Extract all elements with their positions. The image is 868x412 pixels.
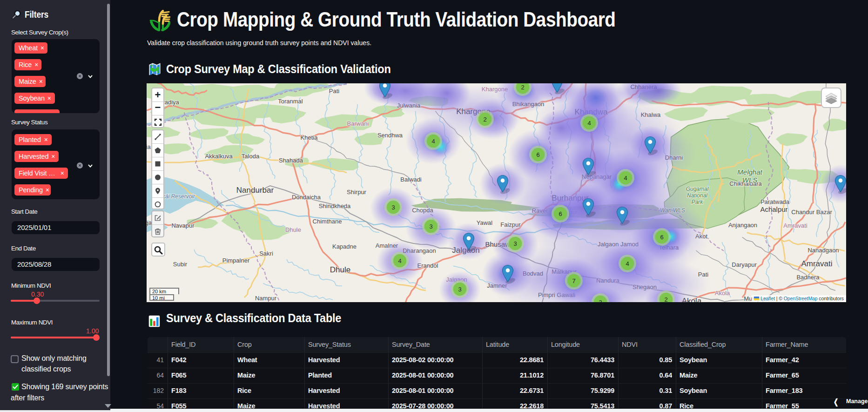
svg-text:Navapur: Navapur	[171, 222, 195, 229]
svg-text:Nandurbar: Nandurbar	[236, 186, 274, 195]
svg-text:dia: dia	[147, 143, 151, 150]
svg-text:Sakri: Sakri	[259, 250, 273, 257]
svg-text:4: 4	[398, 257, 401, 264]
svg-text:6: 6	[660, 234, 663, 241]
svg-text:2: 2	[664, 296, 667, 303]
svg-text:Shindkheda: Shindkheda	[319, 203, 351, 209]
svg-text:Sendhwa: Sendhwa	[377, 132, 403, 139]
svg-text:Khetia: Khetia	[301, 134, 318, 141]
svg-text:Paratwada: Paratwada	[760, 198, 790, 205]
svg-text:6: 6	[536, 151, 539, 158]
svg-text:Pimpalner: Pimpalner	[222, 257, 250, 264]
svg-text:4: 4	[587, 120, 591, 127]
svg-text:Balwadi: Balwadi	[400, 176, 422, 183]
svg-text:Pati: Pati	[329, 88, 340, 95]
svg-text:Melghat: Melghat	[737, 168, 762, 176]
svg-text:Chimthane: Chimthane	[313, 218, 342, 225]
svg-text:WLS: WLS	[742, 176, 758, 184]
svg-text:3: 3	[429, 223, 432, 230]
svg-text:3: 3	[391, 204, 395, 211]
svg-text:3: 3	[513, 240, 517, 247]
svg-text:kāi Reservoir: kāi Reservoir	[162, 193, 195, 200]
svg-text:Daryapur: Daryapur	[732, 261, 757, 268]
svg-text:3: 3	[458, 286, 461, 293]
svg-text:Subir: Subir	[173, 261, 188, 268]
svg-text:2: 2	[521, 84, 524, 91]
svg-text:Barwani: Barwani	[347, 120, 369, 127]
svg-text:Dondaicha: Dondaicha	[292, 194, 321, 201]
svg-text:Badnera: Badnera	[796, 274, 820, 281]
svg-text:Taloda: Taloda	[242, 153, 260, 160]
svg-text:Achalpur: Achalpur	[760, 205, 787, 213]
svg-text:3: 3	[599, 299, 602, 303]
svg-text:6: 6	[558, 210, 562, 217]
svg-text:Anjangaon: Anjangaon	[728, 222, 757, 229]
svg-text:Nampur: Nampur	[255, 295, 277, 302]
svg-text:Shahada: Shahada	[279, 157, 303, 164]
svg-text:4: 4	[626, 260, 629, 267]
svg-text:7: 7	[572, 277, 575, 284]
svg-text:Amravati: Amravati	[801, 259, 832, 268]
svg-text:Akkalkuva: Akkalkuva	[205, 153, 233, 160]
svg-text:Chandur Bazar: Chandur Bazar	[791, 209, 832, 216]
svg-text:Amravati: Amravati	[783, 222, 807, 229]
svg-text:Nanadgaon: Nanadgaon	[807, 247, 839, 254]
svg-text:Kapadne: Kapadne	[332, 243, 357, 250]
svg-text:4: 4	[431, 138, 435, 145]
svg-text:Toranmal: Toranmal	[278, 98, 303, 105]
svg-text:Dhule: Dhule	[285, 226, 301, 233]
svg-text:Dhule: Dhule	[330, 265, 350, 274]
svg-text:4: 4	[624, 175, 627, 182]
svg-text:Shirpur: Shirpur	[347, 189, 367, 196]
svg-text:Akola: Akola	[715, 290, 730, 297]
svg-text:2: 2	[483, 116, 486, 123]
